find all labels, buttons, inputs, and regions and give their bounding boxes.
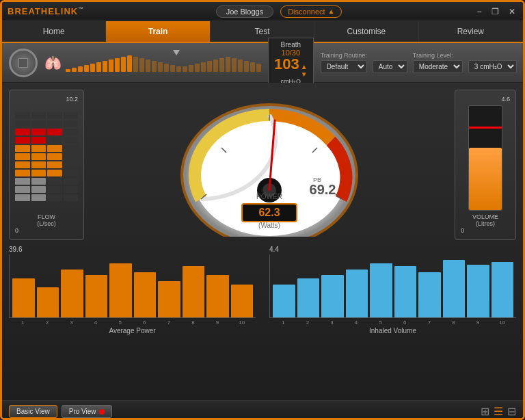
view-buttons: Basic View Pro View [9, 405, 112, 418]
tab-review[interactable]: Review [419, 21, 523, 42]
breath-bars [66, 51, 261, 72]
gauge-section: 10.2 FLOW (L/sec) 0 [9, 90, 516, 240]
svg-text:69.2: 69.2 [310, 182, 336, 197]
volume-bar [418, 272, 441, 317]
volume-label: VOLUME (Litres) [472, 213, 498, 227]
volume-top-label: 4.6 [501, 96, 510, 103]
volume-bar [443, 260, 466, 317]
flow-label: FLOW (L/sec) [37, 213, 56, 227]
power-bar [37, 287, 59, 317]
logo-text: BREATH [8, 6, 48, 16]
gauge-svg: 62.3 POWER (Watts) PB 69.2 [174, 93, 365, 237]
stop-button[interactable] [9, 49, 38, 77]
power-chart-area [9, 254, 256, 318]
training-level-select[interactable]: Moderate [413, 60, 463, 73]
columns-layout-icon[interactable]: ⊟ [507, 405, 516, 418]
power-bar [183, 266, 205, 317]
disconnect-icon: ▲ [328, 8, 335, 15]
power-bar [206, 275, 229, 317]
volume-x-labels: 12345678910 [269, 318, 516, 326]
main-content: 🫁 Breath 10/30 103 ▲ ▼ cmH₂O Training Ro… [2, 43, 523, 420]
logo-accent: E [48, 6, 55, 16]
svg-text:62.3: 62.3 [258, 207, 280, 218]
tab-train[interactable]: Train [106, 21, 210, 42]
power-bar [109, 263, 132, 317]
training-routine-label: Training Routine: [321, 52, 367, 59]
person-icon: 🫁 [44, 55, 62, 71]
tab-home[interactable]: Home [2, 21, 106, 42]
logo-trademark: ™ [78, 6, 84, 12]
breath-indicator [173, 50, 180, 55]
breath-title: Breath [274, 41, 308, 49]
basic-view-button[interactable]: Basic View [9, 405, 57, 418]
minimize-button[interactable]: − [474, 7, 485, 16]
breath-up-icon: ▲ [301, 63, 308, 70]
grid-layout-icon[interactable]: ⊞ [481, 405, 489, 418]
control-bar: 🫁 Breath 10/30 103 ▲ ▼ cmH₂O Training Ro… [2, 43, 523, 83]
training-auto-select[interactable]: Auto [373, 60, 407, 73]
breath-value: 103 [274, 57, 299, 72]
svg-text:POWER: POWER [256, 193, 282, 200]
training-level-label: Training Level: [413, 52, 463, 59]
training-cmh2o-group: 3 cmH₂O [468, 52, 517, 73]
training-cmh2o-select[interactable]: 3 cmH₂O [468, 60, 517, 73]
volume-target-line [469, 127, 502, 129]
charts-section: 39.6 12345678910 Average Power 4.4 12345… [9, 246, 516, 334]
power-chart-top-label: 39.6 [9, 246, 256, 253]
flow-meter: 10.2 FLOW (L/sec) 0 [9, 90, 84, 240]
power-chart-bars [10, 254, 256, 317]
training-level-group: Training Level: Moderate [413, 52, 463, 73]
power-bar [158, 281, 180, 317]
volume-bar [467, 265, 489, 317]
volume-bar [273, 285, 295, 317]
power-x-labels: 12345678910 [9, 318, 256, 326]
flow-bottom-label: 0 [15, 227, 18, 234]
training-auto-group: Auto [373, 52, 407, 73]
power-bar [231, 285, 254, 317]
disconnect-button[interactable]: Disconnect ▲ [280, 5, 342, 18]
volume-bar [297, 278, 320, 317]
breath-bars-container [66, 51, 261, 75]
volume-chart-top-label: 4.4 [269, 246, 516, 253]
training-cmh2o-spacer [468, 52, 517, 59]
breath-value-box: Breath 10/30 103 ▲ ▼ cmH₂O [268, 38, 314, 88]
volume-chart: 4.4 12345678910 Inhaled Volume [269, 246, 516, 334]
volume-bar [394, 266, 417, 317]
restore-button[interactable]: ❐ [490, 7, 501, 16]
volume-chart-bars [270, 254, 516, 317]
volume-bar [492, 262, 514, 317]
volume-bar [321, 275, 344, 317]
volume-chart-label: Inhaled Volume [269, 327, 516, 334]
volume-chart-area [269, 254, 516, 318]
window-controls: − ❐ ✕ [474, 7, 517, 16]
pro-view-button[interactable]: Pro View [62, 405, 112, 418]
training-controls: Training Routine: Default Auto Training … [321, 52, 517, 73]
list-layout-icon[interactable]: ☰ [494, 405, 503, 418]
breath-meter-area: 🫁 [44, 51, 261, 75]
training-level-spacer [373, 52, 407, 59]
user-badge: Joe Bloggs [216, 5, 273, 18]
stop-icon [18, 58, 28, 68]
pro-dot-icon [99, 409, 105, 415]
app-logo: BREATHELINK™ [8, 6, 84, 16]
tab-customise[interactable]: Customise [314, 21, 418, 42]
flow-top-label: 10.2 [66, 96, 78, 103]
logo-text2: LINK [55, 6, 78, 16]
volume-bar [346, 270, 368, 317]
training-routine-select[interactable]: Default [321, 60, 367, 73]
power-chart-label: Average Power [9, 327, 256, 334]
volume-meter: 4.6 VOLUME (Litres) 0 [455, 90, 516, 240]
power-bar [61, 270, 83, 317]
title-bar: BREATHELINK™ Joe Bloggs Disconnect ▲ − ❐… [2, 2, 523, 21]
volume-bar [370, 263, 392, 317]
breath-down-icon: ▼ [301, 70, 308, 78]
dashboard: 10.2 FLOW (L/sec) 0 [2, 83, 523, 400]
layout-icons: ⊞ ☰ ⊟ [481, 405, 516, 418]
power-chart: 39.6 12345678910 Average Power [9, 246, 256, 334]
volume-fill [469, 148, 502, 210]
svg-text:(Watts): (Watts) [258, 222, 280, 229]
close-button[interactable]: ✕ [507, 7, 517, 16]
power-bar [12, 278, 35, 317]
flow-bars-grid [15, 103, 78, 211]
training-routine-group: Training Routine: Default [321, 52, 367, 73]
